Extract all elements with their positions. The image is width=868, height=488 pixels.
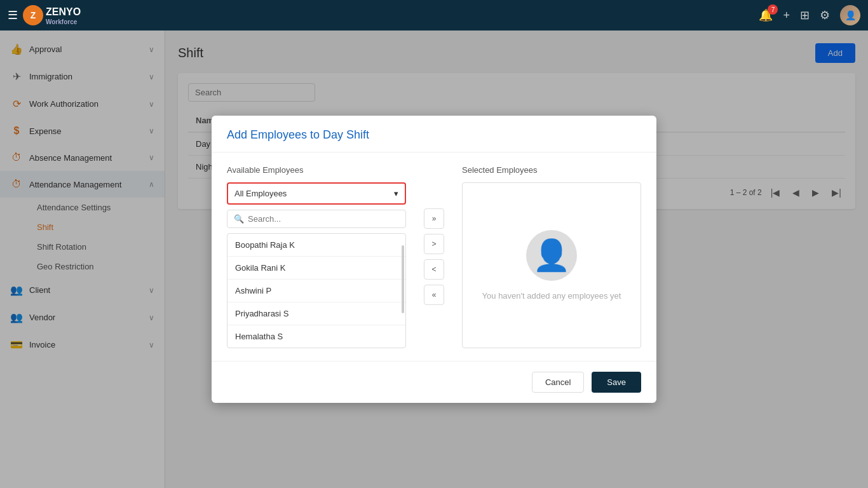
- available-employees-panel: Available Employees All Employees ▾ 🔍 Bo…: [227, 165, 406, 348]
- list-item[interactable]: Hemalatha S: [227, 325, 405, 348]
- selected-label: Selected Employees: [462, 165, 641, 175]
- person-silhouette-icon: 👤: [532, 238, 571, 273]
- modal-overlay: Add Employees to Day Shift Available Emp…: [0, 30, 868, 488]
- logo-letter: Z: [31, 10, 36, 20]
- dropdown-value: All Employees: [234, 189, 287, 198]
- empty-avatar-icon: 👤: [526, 230, 577, 281]
- logo-subtitle: Workforce: [46, 18, 81, 25]
- list-item[interactable]: Boopathi Raja K: [227, 234, 405, 257]
- transfer-buttons: » > < «: [421, 165, 447, 348]
- list-scrollbar[interactable]: [402, 245, 404, 313]
- add-employees-modal: Add Employees to Day Shift Available Emp…: [212, 116, 656, 403]
- notification-bell[interactable]: 🔔 7: [759, 8, 773, 22]
- dropdown-arrow-icon: ▾: [394, 189, 398, 198]
- cancel-button[interactable]: Cancel: [532, 372, 584, 393]
- list-item[interactable]: Gokila Rani K: [227, 257, 405, 280]
- employee-list-inner: Boopathi Raja K Gokila Rani K Ashwini P …: [227, 234, 405, 348]
- selected-employees-panel: Selected Employees 👤 You haven't added a…: [462, 165, 641, 348]
- employee-search-field: 🔍: [227, 210, 406, 228]
- grid-icon[interactable]: ⊞: [800, 8, 810, 22]
- app-logo: Z ZENYO Workforce: [23, 5, 81, 25]
- add-button-header[interactable]: +: [783, 9, 790, 22]
- empty-employees-message: You haven't added any employees yet: [482, 291, 621, 301]
- move-right-button[interactable]: >: [424, 234, 444, 254]
- logo-name: ZENYO: [46, 6, 81, 17]
- save-button[interactable]: Save: [592, 372, 641, 393]
- header-actions: 🔔 7 + ⊞ ⚙ 👤: [759, 5, 860, 25]
- selected-employees-box: 👤 You haven't added any employees yet: [462, 182, 641, 348]
- logo-icon: Z: [23, 5, 43, 25]
- search-icon: 🔍: [234, 214, 244, 224]
- move-all-left-button[interactable]: «: [424, 285, 444, 305]
- list-item[interactable]: Priyadharasi S: [227, 302, 405, 325]
- move-all-right-button[interactable]: »: [424, 208, 444, 229]
- modal-header: Add Employees to Day Shift: [212, 116, 656, 152]
- avatar-image: 👤: [840, 5, 860, 25]
- user-avatar[interactable]: 👤: [840, 5, 860, 25]
- employee-filter-dropdown[interactable]: All Employees ▾: [227, 182, 406, 205]
- employee-search-input[interactable]: [248, 214, 399, 224]
- move-left-button[interactable]: <: [424, 259, 444, 280]
- modal-title: Add Employees to Day Shift: [227, 128, 641, 142]
- modal-body: Available Employees All Employees ▾ 🔍 Bo…: [212, 152, 656, 361]
- list-item[interactable]: Ashwini P: [227, 280, 405, 302]
- available-label: Available Employees: [227, 165, 406, 175]
- logo-text-group: ZENYO Workforce: [46, 5, 81, 25]
- employee-list: Boopathi Raja K Gokila Rani K Ashwini P …: [227, 233, 406, 348]
- settings-icon[interactable]: ⚙: [820, 8, 830, 22]
- modal-footer: Cancel Save: [212, 361, 656, 403]
- notification-badge: 7: [768, 4, 778, 15]
- menu-icon[interactable]: ☰: [8, 8, 18, 22]
- app-header: ☰ Z ZENYO Workforce 🔔 7 + ⊞ ⚙ 👤: [0, 0, 868, 30]
